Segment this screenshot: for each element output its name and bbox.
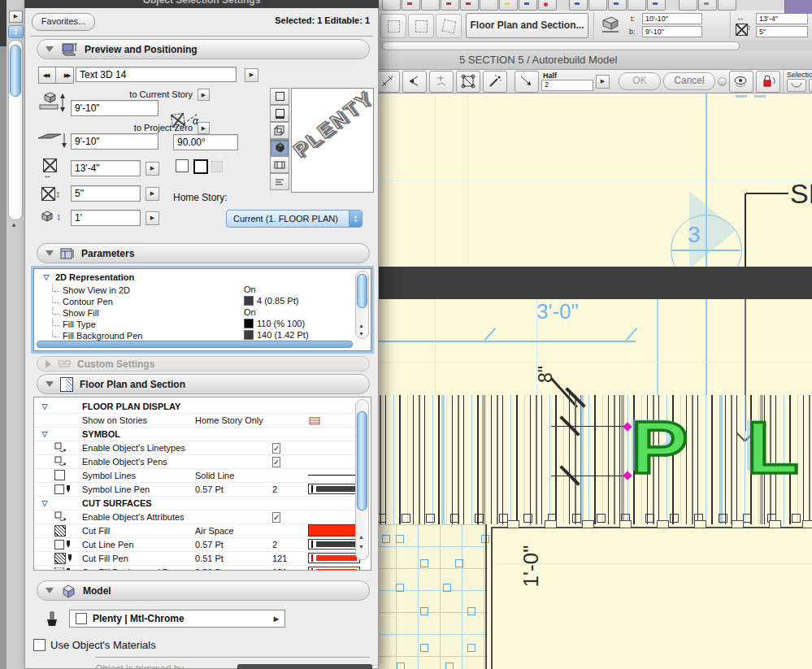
checkbox-checked[interactable]: ✓	[272, 457, 280, 467]
parameter-value[interactable]: On	[244, 285, 256, 294]
height-menu-button[interactable]: ▶	[145, 187, 159, 201]
row-label[interactable]: Cut Fill Background Pen	[82, 567, 195, 571]
preview-positioning-header[interactable]: Preview and Positioning	[37, 39, 370, 59]
row-label[interactable]: Show on Stories	[82, 415, 195, 425]
favorites-button[interactable]: Favorites...	[32, 13, 95, 31]
palette-expand-button[interactable]: ▶	[9, 11, 23, 23]
parameter-value[interactable]: 110 (% 100)	[257, 319, 305, 328]
row-label[interactable]: Enable Object's Pens	[82, 457, 195, 467]
preview-description-button[interactable]	[270, 173, 289, 190]
parameter-label[interactable]: Fill Type	[63, 319, 96, 329]
project-zero-elevation-field[interactable]: 9'-10"	[71, 133, 158, 150]
current-story-elevation-field[interactable]: 9'-10"	[71, 100, 158, 116]
parameter-group[interactable]: 2D Representation	[55, 272, 134, 282]
toolbar-button[interactable]	[718, 0, 736, 11]
toolbar-button[interactable]	[421, 0, 440, 11]
home-story-popup[interactable]: Current (1. FLOOR PLAN) ▲▼	[226, 210, 363, 228]
magic-grid-button[interactable]	[456, 71, 480, 93]
toolbar-button[interactable]	[402, 0, 420, 11]
palette-scrollbar[interactable]	[8, 40, 23, 220]
scroll-up-icon[interactable]: ▲	[358, 534, 364, 540]
text3d-letter-p[interactable]: P	[631, 420, 688, 476]
row-label[interactable]: Enable Object's Linetypes	[82, 443, 195, 453]
row-label[interactable]: Symbol Lines	[82, 471, 195, 480]
parameter-value[interactable]: 4 (0.85 Pt)	[257, 296, 298, 306]
row-value[interactable]: 0.51 Pt	[195, 554, 272, 563]
width-menu-button[interactable]: ▶	[145, 162, 159, 176]
collapse-triangle-icon[interactable]	[46, 381, 54, 387]
ok-button[interactable]: OK	[619, 72, 661, 90]
object-menu-button[interactable]: ▶	[245, 68, 258, 82]
object-preview[interactable]: PLENTY	[291, 88, 374, 193]
table-section-title[interactable]: SYMBOL	[82, 429, 195, 439]
parameters-list[interactable]: ▽2D Representation Show View in 2D On Co…	[33, 268, 371, 351]
parameters-header[interactable]: Parameters	[37, 243, 370, 263]
toolbar-button[interactable]	[480, 0, 498, 11]
row-value[interactable]: Home Story Only	[195, 415, 272, 425]
checkbox-checked[interactable]: ✓	[272, 443, 280, 454]
toolbar-button[interactable]	[679, 0, 697, 11]
row-value[interactable]: 0.51 Pt	[195, 567, 272, 571]
pen-number[interactable]: 121	[272, 554, 308, 563]
depth-field[interactable]: 1'	[71, 210, 141, 226]
row-value[interactable]: Solid Line	[195, 471, 272, 480]
height-field[interactable]: 5"	[756, 26, 808, 37]
row-value[interactable]: Air Space	[195, 526, 272, 536]
row-label[interactable]: Cut Fill	[82, 526, 195, 536]
lock-cycle-button[interactable]	[756, 71, 780, 93]
infobox-tool-button[interactable]	[436, 14, 462, 38]
preview-3d-shaded-button[interactable]	[270, 139, 289, 156]
preview-3d-wire-button[interactable]	[270, 122, 289, 139]
unlock-selection-button[interactable]	[787, 79, 806, 92]
collapse-triangle-icon[interactable]	[46, 250, 54, 256]
table-section-title[interactable]: FLOOR PLAN DISPLAY	[82, 402, 195, 411]
toolbar-button[interactable]	[519, 0, 537, 11]
row-value[interactable]: 0.57 Pt	[195, 484, 272, 494]
floor-plan-section-header[interactable]: Floor Plan and Section	[37, 374, 370, 394]
scroll-thumb[interactable]	[357, 274, 367, 308]
toolbar-button[interactable]	[499, 0, 518, 11]
toolbar-button[interactable]	[627, 0, 646, 11]
row-label[interactable]: Symbol Line Pen	[82, 484, 195, 494]
zoom-factor-menu-button[interactable]: ▶	[596, 75, 610, 89]
toolbar-button[interactable]	[608, 0, 627, 11]
wand-button[interactable]	[483, 71, 507, 93]
toolbar-button[interactable]	[647, 0, 666, 11]
material-dropdown[interactable]: Plenty | Mtl-Chrome ▶	[69, 610, 285, 628]
top-elevation-field[interactable]: 10'-10"	[642, 13, 702, 24]
pen-number[interactable]: 2	[272, 540, 308, 550]
drawing-canvas[interactable]: 3 SP 3'-0" 8"	[374, 93, 812, 669]
collapse-triangle-icon[interactable]	[46, 588, 54, 593]
bottom-elevation-field[interactable]: 9'-10"	[642, 26, 702, 37]
parameters-hscrollbar[interactable]	[37, 341, 353, 348]
toolbar-button[interactable]	[460, 0, 479, 11]
add-point-button[interactable]	[429, 71, 454, 93]
pen-number[interactable]: 121	[272, 567, 308, 571]
use-symbol-checkbox[interactable]	[193, 159, 208, 174]
zoom-factor-control[interactable]: Half 2	[541, 72, 593, 91]
object-name-field[interactable]: Text 3D 14	[76, 67, 237, 82]
cancel-button[interactable]: Cancel	[663, 72, 715, 90]
dimension-text[interactable]: 3'-0"	[536, 299, 579, 324]
width-field[interactable]: 13'-4"	[71, 160, 141, 176]
table-scrollbar[interactable]: ▲ ▼	[355, 399, 369, 560]
text3d-letter-l[interactable]: L	[746, 420, 799, 476]
floor-plan-table[interactable]: ▽FLOOR PLAN DISPLAY Show on StoriesHome …	[33, 397, 371, 571]
floor-plan-section-button[interactable]: Floor Plan and Section...	[466, 13, 588, 38]
zoom-factor-field[interactable]: 2	[541, 80, 593, 91]
parameter-label[interactable]: Fill Background Pen	[63, 331, 142, 341]
collapse-triangle-icon[interactable]	[46, 46, 54, 52]
parameter-label[interactable]: Show Fill	[63, 308, 99, 318]
parameter-value[interactable]: 140 (1.42 Pt)	[257, 330, 309, 340]
preview-2d-symbol-button[interactable]	[270, 88, 289, 105]
toolbar-button[interactable]	[588, 0, 607, 11]
angle-field[interactable]: 90.00°	[173, 134, 238, 150]
checkbox-checked[interactable]: ✓	[272, 512, 280, 523]
infobox-tool-button[interactable]	[380, 14, 406, 38]
parameter-label[interactable]: Show View in 2D	[63, 285, 130, 295]
toolbar-button[interactable]	[698, 0, 717, 11]
scroll-up-icon[interactable]: ▲	[358, 323, 364, 328]
dimension-text-1ft[interactable]: 1'-0"	[519, 545, 544, 588]
dialog-title-bar[interactable]: Object Selection Settings	[24, 0, 379, 8]
toolbar-button[interactable]	[382, 0, 401, 11]
